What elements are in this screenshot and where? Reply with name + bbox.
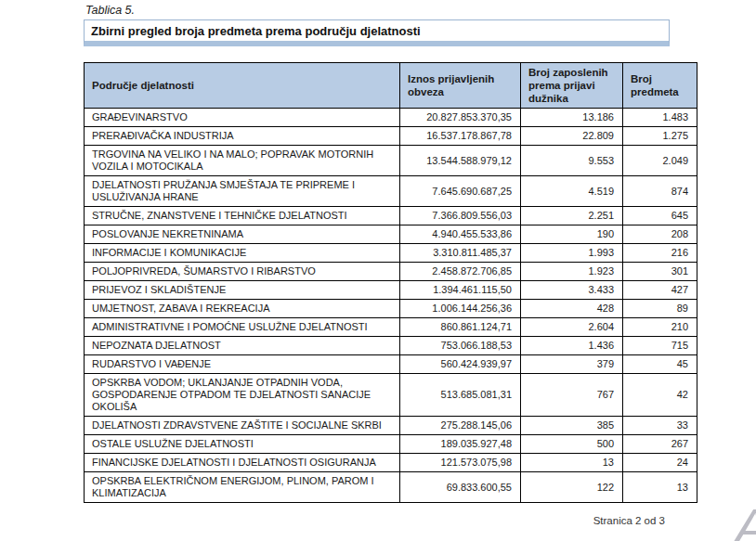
employees-cell: 190 [521, 225, 623, 244]
activity-cell: FINANCIJSKE DJELATNOSTI I DJELATNOSTI OS… [85, 454, 400, 472]
activity-cell: ADMINISTRATIVNE I POMOĆNE USLUŽNE DJELAT… [85, 318, 400, 337]
amount-cell: 2.458.872.706,85 [400, 263, 521, 281]
activity-cell: UMJETNOST, ZABAVA I REKREACIJA [85, 300, 400, 318]
table-row: TRGOVINA NA VELIKO I NA MALO; POPRAVAK M… [85, 146, 697, 176]
employees-cell: 1.436 [521, 337, 623, 355]
employees-cell: 13.186 [521, 109, 623, 127]
table-row: DJELATNOSTI ZDRAVSTVENE ZAŠTITE I SOCIJA… [85, 417, 697, 435]
cases-cell: 267 [623, 435, 697, 454]
cases-cell: 715 [623, 337, 697, 355]
activity-cell: OPSKRBA VODOM; UKLANJANJE OTPADNIH VODA,… [85, 374, 400, 417]
cases-cell: 33 [623, 417, 697, 435]
activity-cell: GRAĐEVINARSTVO [85, 109, 400, 127]
activity-cell: TRGOVINA NA VELIKO I NA MALO; POPRAVAK M… [85, 146, 400, 176]
amount-cell: 1.394.461.115,50 [400, 281, 521, 300]
table-row: PRERAĐIVAČKA INDUSTRIJA16.537.178.867,78… [85, 127, 697, 146]
cases-cell: 216 [623, 244, 697, 263]
employees-cell: 385 [521, 417, 623, 435]
employees-cell: 2.251 [521, 207, 623, 225]
activity-cell: NEPOZNATA DJELATNOST [85, 337, 400, 355]
table-row: STRUČNE, ZNANSTVENE I TEHNIČKE DJELATNOS… [85, 207, 697, 225]
cases-cell: 301 [623, 263, 697, 281]
table-row: RUDARSTVO I VAĐENJE560.424.939,9737945 [85, 355, 697, 374]
amount-cell: 1.006.144.256,36 [400, 300, 521, 318]
col-header-amount: Iznos prijavljenih obveza [400, 63, 521, 109]
table-row: DJELATNOSTI PRUŽANJA SMJEŠTAJA TE PRIPRE… [85, 176, 697, 207]
employees-cell: 22.809 [521, 127, 623, 146]
table-body: GRAĐEVINARSTVO20.827.853.370,3513.1861.4… [85, 109, 697, 503]
cases-cell: 645 [623, 207, 697, 225]
cases-cell: 1.275 [623, 127, 697, 146]
table-title: Zbirni pregled broja predmeta prema podr… [91, 24, 421, 38]
activity-cell: INFORMACIJE I KOMUNIKACIJE [85, 244, 400, 263]
activity-cell: DJELATNOSTI ZDRAVSTVENE ZAŠTITE I SOCIJA… [85, 417, 400, 435]
amount-cell: 16.537.178.867,78 [400, 127, 521, 146]
table-caption: Tablica 5. [85, 4, 135, 17]
table-row: ADMINISTRATIVNE I POMOĆNE USLUŽNE DJELAT… [85, 318, 697, 337]
employees-cell: 500 [521, 435, 623, 454]
employees-cell: 767 [521, 374, 623, 417]
cases-cell: 24 [623, 454, 697, 472]
table-row: POSLOVANJE NEKRETNINAMA4.940.455.533,861… [85, 225, 697, 244]
employees-cell: 9.553 [521, 146, 623, 176]
activity-cell: PRIJEVOZ I SKLADIŠTENJE [85, 281, 400, 300]
cases-cell: 210 [623, 318, 697, 337]
cases-cell: 42 [623, 374, 697, 417]
amount-cell: 275.288.145,06 [400, 417, 521, 435]
table-row: UMJETNOST, ZABAVA I REKREACIJA1.006.144.… [85, 300, 697, 318]
employees-cell: 2.604 [521, 318, 623, 337]
employees-cell: 4.519 [521, 176, 623, 207]
employees-cell: 3.433 [521, 281, 623, 300]
activity-cell: PRERAĐIVAČKA INDUSTRIJA [85, 127, 400, 146]
activity-cell: STRUČNE, ZNANSTVENE I TEHNIČKE DJELATNOS… [85, 207, 400, 225]
table-row: INFORMACIJE I KOMUNIKACIJE3.310.811.485,… [85, 244, 697, 263]
amount-cell: 560.424.939,97 [400, 355, 521, 374]
table-title-box: Zbirni pregled broja predmeta prema podr… [84, 19, 670, 46]
employees-cell: 379 [521, 355, 623, 374]
table-row: FINANCIJSKE DJELATNOSTI I DJELATNOSTI OS… [85, 454, 697, 472]
employees-cell: 13 [521, 454, 623, 472]
amount-cell: 189.035.927,48 [400, 435, 521, 454]
cases-cell: 208 [623, 225, 697, 244]
employees-cell: 428 [521, 300, 623, 318]
activity-cell: POLJOPRIVREDA, ŠUMARSTVO I RIBARSTVO [85, 263, 400, 281]
col-header-cases: Broj predmeta [623, 63, 697, 109]
cases-cell: 874 [623, 176, 697, 207]
table-row: PRIJEVOZ I SKLADIŠTENJE1.394.461.115,503… [85, 281, 697, 300]
amount-cell: 3.310.811.485,37 [400, 244, 521, 263]
page-number: Stranica 2 od 3 [84, 515, 665, 526]
cases-cell: 1.483 [623, 109, 697, 127]
col-header-activity: Područje djelatnosti [85, 63, 400, 109]
activity-cell: POSLOVANJE NEKRETNINAMA [85, 225, 400, 244]
activity-cell: DJELATNOSTI PRUŽANJA SMJEŠTAJA TE PRIPRE… [85, 176, 400, 207]
cases-cell: 2.049 [623, 146, 697, 176]
activity-cell: OSTALE USLUŽNE DJELATNOSTI [85, 435, 400, 454]
amount-cell: 860.861.124,71 [400, 318, 521, 337]
cases-cell: 13 [623, 472, 697, 503]
amount-cell: 121.573.075,98 [400, 454, 521, 472]
cases-cell: 45 [623, 355, 697, 374]
amount-cell: 4.940.455.533,86 [400, 225, 521, 244]
table-header-row: Područje djelatnosti Iznos prijavljenih … [85, 63, 697, 109]
table-row: NEPOZNATA DJELATNOST753.066.188,531.4367… [85, 337, 697, 355]
amount-cell: 7.366.809.556,03 [400, 207, 521, 225]
employees-cell: 122 [521, 472, 623, 503]
table-row: OPSKRBA ELEKTRIČNOM ENERGIJOM, PLINOM, P… [85, 472, 697, 503]
cases-cell: 427 [623, 281, 697, 300]
activity-cell: RUDARSTVO I VAĐENJE [85, 355, 400, 374]
table-row: POLJOPRIVREDA, ŠUMARSTVO I RIBARSTVO2.45… [85, 263, 697, 281]
cases-cell: 89 [623, 300, 697, 318]
amount-cell: 69.833.600,55 [400, 472, 521, 503]
amount-cell: 753.066.188,53 [400, 337, 521, 355]
col-header-employees: Broj zaposlenih prema prijavi dužnika [521, 63, 623, 109]
table-row: OSTALE USLUŽNE DJELATNOSTI189.035.927,48… [85, 435, 697, 454]
activity-summary-table: Područje djelatnosti Iznos prijavljenih … [84, 62, 697, 503]
table-row: OPSKRBA VODOM; UKLANJANJE OTPADNIH VODA,… [85, 374, 697, 417]
table-row: GRAĐEVINARSTVO20.827.853.370,3513.1861.4… [85, 109, 697, 127]
amount-cell: 513.685.081,31 [400, 374, 521, 417]
watermark-letter: A [735, 501, 756, 541]
amount-cell: 7.645.690.687,25 [400, 176, 521, 207]
amount-cell: 13.544.588.979,12 [400, 146, 521, 176]
employees-cell: 1.993 [521, 244, 623, 263]
employees-cell: 1.923 [521, 263, 623, 281]
